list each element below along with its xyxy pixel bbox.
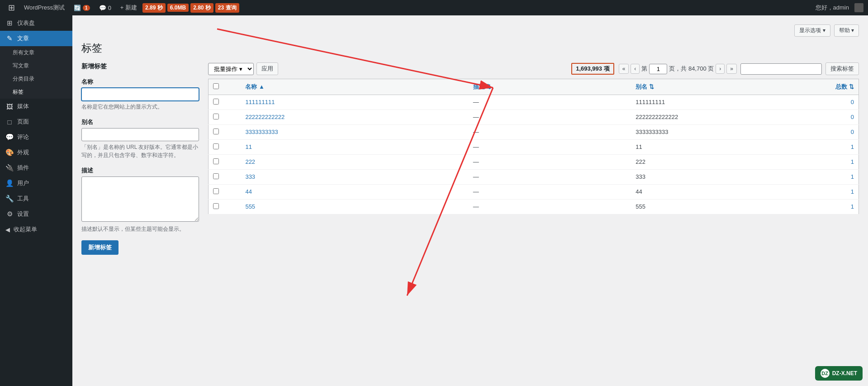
collapse-menu-btn[interactable]: ◀ 收起菜单	[0, 222, 72, 237]
tag-count-link[interactable]: 1	[851, 158, 854, 165]
row-name-cell: 555	[241, 200, 468, 214]
site-name-link[interactable]: WordPress测试	[20, 0, 68, 15]
row-checkbox[interactable]	[213, 203, 219, 209]
row-checkbox[interactable]	[213, 99, 219, 105]
row-checkbox[interactable]	[213, 114, 219, 119]
row-name-cell: 111111111	[241, 95, 468, 110]
col-count-header[interactable]: 总数 ⇅	[794, 79, 859, 95]
desc-input[interactable]	[81, 176, 199, 222]
col-slug-header[interactable]: 别名 ⇅	[631, 79, 794, 95]
row-checkbox[interactable]	[213, 173, 219, 179]
perf-time1[interactable]: 2.89 秒	[142, 3, 166, 13]
tag-name-link[interactable]: 555	[245, 203, 255, 210]
bulk-action-select[interactable]: 批量操作 ▾	[208, 63, 254, 75]
search-tags-btn[interactable]: 搜索标签	[825, 62, 859, 75]
last-page-btn[interactable]: »	[726, 64, 737, 74]
row-slug-cell: 44	[631, 185, 794, 200]
sort-desc-link[interactable]: 描述 ⇅	[473, 83, 492, 90]
tag-name-link[interactable]: 11	[245, 143, 251, 150]
display-options-btn[interactable]: 显示选项 ▾	[794, 24, 830, 37]
row-checkbox[interactable]	[213, 188, 219, 194]
sidebar-item-tools[interactable]: 🔧 工具	[0, 191, 72, 206]
row-checkbox[interactable]	[213, 143, 219, 149]
tag-name-link[interactable]: 44	[245, 188, 251, 195]
tag-count-link[interactable]: 1	[851, 203, 854, 210]
col-name-header[interactable]: 名称 ▲	[241, 79, 468, 95]
next-page-btn[interactable]: ›	[716, 64, 725, 74]
comments-icon: 💬	[5, 133, 14, 141]
greeting-text: 您好，admin	[812, 0, 853, 15]
sidebar-subitem-tags[interactable]: 标签	[0, 86, 72, 99]
page-title: 标签	[81, 41, 859, 55]
row-checkbox[interactable]	[213, 158, 219, 164]
tag-name-link[interactable]: 222222222222	[245, 114, 285, 120]
tag-name-link[interactable]: 333	[245, 173, 255, 180]
sort-name-link[interactable]: 名称 ▲	[245, 83, 264, 90]
wp-logo-icon[interactable]: ⊞	[5, 3, 19, 13]
slug-input[interactable]	[81, 128, 199, 141]
table-row: 222 — 222 1	[209, 155, 859, 170]
add-tag-form: 新增标签 名称 名称是它在您网站上的显示方式。 别名 「别名」是名称的 URL …	[81, 62, 199, 255]
tag-count-link[interactable]: 0	[851, 114, 854, 120]
tag-name-link[interactable]: 3333333333	[245, 129, 278, 135]
perf-queries[interactable]: 23 查询	[215, 3, 239, 13]
new-post-link[interactable]: 写文章	[0, 59, 72, 72]
slug-label: 别名	[81, 118, 199, 126]
new-content-btn[interactable]: + 新建	[117, 0, 141, 15]
sidebar-item-media[interactable]: 🖼 媒体	[0, 99, 72, 114]
sidebar-subitem-new-post[interactable]: 写文章	[0, 59, 72, 72]
row-count-cell: 1	[794, 200, 859, 214]
page-input[interactable]	[649, 64, 667, 74]
row-checkbox-cell[interactable]	[209, 155, 241, 170]
row-checkbox-cell[interactable]	[209, 170, 241, 185]
sidebar-item-plugins[interactable]: 🔌 插件	[0, 160, 72, 176]
name-input[interactable]	[81, 88, 199, 101]
col-desc-header[interactable]: 描述 ⇅	[469, 79, 631, 95]
sidebar-item-pages[interactable]: □ 页面	[0, 114, 72, 129]
perf-time2[interactable]: 2.80 秒	[190, 3, 213, 13]
all-posts-link[interactable]: 所有文章	[0, 46, 72, 59]
sidebar-item-settings[interactable]: ⚙ 设置	[0, 206, 72, 222]
row-checkbox-cell[interactable]	[209, 125, 241, 140]
sidebar-item-appearance[interactable]: 🎨 外观	[0, 145, 72, 160]
row-checkbox[interactable]	[213, 129, 219, 134]
tag-count-link[interactable]: 0	[851, 99, 854, 105]
perf-memory[interactable]: 6.0MB	[167, 4, 189, 12]
categories-link[interactable]: 分类目录	[0, 72, 72, 86]
sidebar-item-posts[interactable]: ✎ 文章 所有文章 写文章 分类目录 标签	[0, 31, 72, 99]
sidebar-subitem-categories[interactable]: 分类目录	[0, 72, 72, 86]
row-checkbox-cell[interactable]	[209, 200, 241, 214]
sidebar-item-dashboard[interactable]: ⊞ 仪表盘	[0, 15, 72, 31]
tag-count-link[interactable]: 1	[851, 173, 854, 180]
prev-page-btn[interactable]: ‹	[631, 64, 640, 74]
comments-link[interactable]: 💬 0	[95, 0, 115, 15]
check-all-checkbox[interactable]	[213, 83, 219, 89]
first-page-btn[interactable]: «	[619, 64, 629, 74]
tags-link[interactable]: 标签	[0, 86, 72, 99]
col-check-all[interactable]	[209, 79, 241, 95]
row-count-cell: 0	[794, 95, 859, 110]
row-checkbox-cell[interactable]	[209, 185, 241, 200]
row-desc-cell: —	[469, 95, 631, 110]
help-btn[interactable]: 帮助 ▾	[834, 24, 859, 37]
tag-count-link[interactable]: 1	[851, 143, 854, 150]
tag-name-link[interactable]: 222	[245, 158, 255, 165]
users-icon: 👤	[5, 179, 14, 187]
row-checkbox-cell[interactable]	[209, 140, 241, 155]
tag-count-link[interactable]: 0	[851, 129, 854, 135]
row-slug-cell: 333	[631, 170, 794, 185]
add-tag-submit-btn[interactable]: 新增标签	[81, 240, 119, 255]
search-input[interactable]	[740, 63, 822, 75]
row-checkbox-cell[interactable]	[209, 95, 241, 110]
sort-count-link[interactable]: 总数 ⇅	[835, 83, 854, 90]
sidebar-item-comments[interactable]: 💬 评论	[0, 129, 72, 145]
sidebar-subitem-all-posts[interactable]: 所有文章	[0, 46, 72, 59]
updates-link[interactable]: 🔄 1	[70, 0, 94, 15]
tag-count-link[interactable]: 1	[851, 188, 854, 195]
row-checkbox-cell[interactable]	[209, 110, 241, 125]
sort-slug-link[interactable]: 别名 ⇅	[636, 83, 654, 90]
tag-name-link[interactable]: 111111111	[245, 99, 275, 105]
apply-btn[interactable]: 应用	[256, 62, 278, 75]
tags-table-section: 批量操作 ▾ 应用 1,693,993 项 « ‹ 第 页，共 84,700 页	[208, 62, 859, 214]
sidebar-item-users[interactable]: 👤 用户	[0, 176, 72, 191]
